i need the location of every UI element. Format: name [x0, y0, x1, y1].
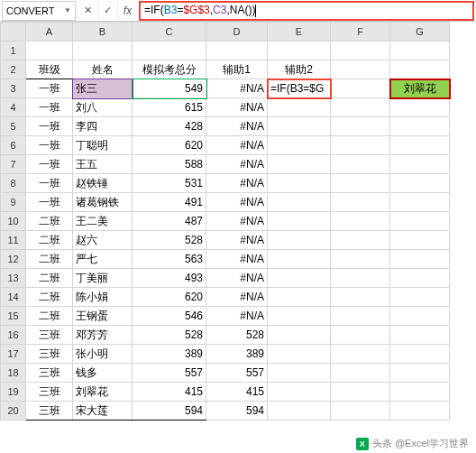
cell[interactable]	[206, 42, 268, 60]
cell[interactable]: 严七	[73, 250, 133, 269]
cell[interactable]	[390, 250, 450, 269]
cell[interactable]: 428	[133, 117, 206, 136]
row-header[interactable]: 13	[1, 269, 26, 288]
cell[interactable]: 邓芳芳	[73, 326, 133, 345]
chevron-down-icon[interactable]: ▼	[64, 6, 71, 14]
cell[interactable]	[73, 42, 133, 60]
cell[interactable]	[268, 98, 331, 117]
col-header[interactable]: E	[268, 23, 331, 42]
cell[interactable]: 528	[133, 326, 206, 345]
cell[interactable]: #N/A	[206, 79, 268, 98]
cell[interactable]	[390, 307, 450, 326]
cell[interactable]	[331, 402, 390, 421]
cell[interactable]	[268, 231, 331, 250]
cell[interactable]: 一班	[26, 98, 73, 117]
cell[interactable]: 一班	[26, 155, 73, 174]
confirm-icon[interactable]: ✓	[97, 1, 117, 21]
cell[interactable]	[390, 383, 450, 402]
cell[interactable]	[268, 383, 331, 402]
cell[interactable]	[268, 326, 331, 345]
cell[interactable]: 557	[133, 364, 206, 383]
cell[interactable]	[331, 79, 390, 98]
cell[interactable]: #N/A	[206, 269, 268, 288]
cell[interactable]	[331, 250, 390, 269]
cell[interactable]: 王钢蛋	[73, 307, 133, 326]
cell[interactable]: 一班	[26, 174, 73, 193]
cell[interactable]: 丁美丽	[73, 269, 133, 288]
cell[interactable]	[331, 98, 390, 117]
cell[interactable]	[331, 155, 390, 174]
col-header[interactable]: A	[26, 23, 73, 42]
cell-header[interactable]: 辅助2	[268, 60, 331, 79]
cell[interactable]: 宋大莲	[73, 402, 133, 421]
cell[interactable]: 二班	[26, 250, 73, 269]
cell[interactable]: 588	[133, 155, 206, 174]
cell[interactable]: 491	[133, 193, 206, 212]
row-header[interactable]: 1	[1, 42, 26, 60]
cell[interactable]: 王五	[73, 155, 133, 174]
cell[interactable]	[26, 42, 73, 60]
row-header[interactable]: 6	[1, 136, 26, 155]
cell[interactable]	[331, 345, 390, 364]
cell[interactable]: 487	[133, 212, 206, 231]
cell[interactable]: 二班	[26, 231, 73, 250]
cell[interactable]: 620	[133, 288, 206, 307]
col-header[interactable]: G	[390, 23, 450, 42]
cell[interactable]: 一班	[26, 136, 73, 155]
cell[interactable]	[331, 364, 390, 383]
row-header[interactable]: 20	[1, 402, 26, 421]
cell[interactable]	[331, 383, 390, 402]
cell[interactable]: #N/A	[206, 307, 268, 326]
cell[interactable]: #N/A	[206, 98, 268, 117]
cell[interactable]: 一班	[26, 79, 73, 98]
cell[interactable]	[331, 60, 390, 79]
cell[interactable]	[331, 117, 390, 136]
cell[interactable]: 刘翠花	[73, 383, 133, 402]
col-header[interactable]: C	[133, 23, 206, 42]
cell[interactable]	[390, 98, 450, 117]
cell-header[interactable]: 辅助1	[206, 60, 268, 79]
cell[interactable]	[331, 288, 390, 307]
cell[interactable]: 丁聪明	[73, 136, 133, 155]
cell[interactable]	[268, 288, 331, 307]
cell[interactable]: 546	[133, 307, 206, 326]
cell[interactable]	[268, 42, 331, 60]
cell[interactable]: 615	[133, 98, 206, 117]
cell[interactable]	[268, 136, 331, 155]
cell[interactable]: 刘翠花	[390, 79, 450, 98]
col-header[interactable]: D	[206, 23, 268, 42]
fx-icon[interactable]: fx	[117, 1, 137, 21]
cell[interactable]: 三班	[26, 364, 73, 383]
cell[interactable]	[268, 155, 331, 174]
cell[interactable]	[390, 288, 450, 307]
row-header[interactable]: 12	[1, 250, 26, 269]
cell[interactable]	[268, 307, 331, 326]
cell[interactable]	[331, 307, 390, 326]
cell[interactable]: 赵铁锤	[73, 174, 133, 193]
cell[interactable]	[390, 212, 450, 231]
select-all-corner[interactable]	[1, 23, 26, 42]
cell[interactable]: 刘八	[73, 98, 133, 117]
cell[interactable]: 531	[133, 174, 206, 193]
cell[interactable]: 二班	[26, 212, 73, 231]
cell[interactable]	[268, 174, 331, 193]
cell[interactable]	[390, 326, 450, 345]
col-header[interactable]: F	[331, 23, 390, 42]
cell[interactable]	[268, 402, 331, 421]
cell[interactable]	[390, 345, 450, 364]
cell[interactable]: 二班	[26, 288, 73, 307]
row-header[interactable]: 15	[1, 307, 26, 326]
cell[interactable]	[268, 345, 331, 364]
cell[interactable]: #N/A	[206, 136, 268, 155]
cell[interactable]: #N/A	[206, 250, 268, 269]
cell[interactable]: 415	[133, 383, 206, 402]
row-header[interactable]: 16	[1, 326, 26, 345]
cell[interactable]	[268, 269, 331, 288]
cell[interactable]	[268, 193, 331, 212]
cell[interactable]: 陈小娟	[73, 288, 133, 307]
cell[interactable]: 557	[206, 364, 268, 383]
cell[interactable]: 王二美	[73, 212, 133, 231]
row-header[interactable]: 14	[1, 288, 26, 307]
cell[interactable]: 二班	[26, 307, 73, 326]
cell[interactable]: 三班	[26, 383, 73, 402]
